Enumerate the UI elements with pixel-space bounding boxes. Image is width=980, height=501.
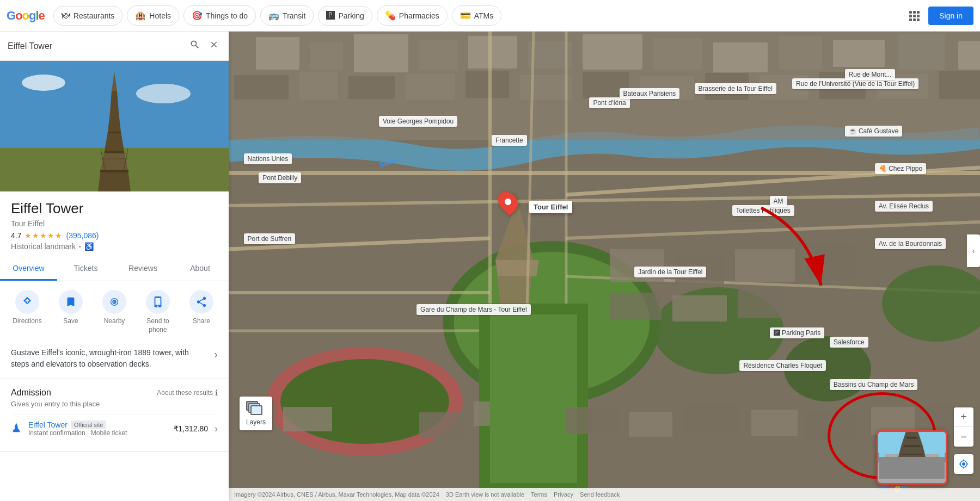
svg-point-10 xyxy=(22,75,65,91)
svg-rect-51 xyxy=(406,74,455,100)
place-info: Eiffel Tower Tour Eiffel 4.7 ★★★★★ (395,… xyxy=(0,191,229,257)
svg-rect-86 xyxy=(806,244,855,279)
svg-rect-44 xyxy=(779,36,822,70)
svg-marker-18 xyxy=(108,113,121,132)
svg-rect-45 xyxy=(833,40,885,67)
svg-rect-93 xyxy=(474,401,490,426)
share-button[interactable]: Share xyxy=(185,290,218,334)
filter-btn-atms[interactable]: 💳 ATMs xyxy=(452,5,502,26)
zoom-out-button[interactable]: − xyxy=(954,427,973,447)
directions-icon xyxy=(15,290,39,314)
svg-rect-48 xyxy=(234,75,289,100)
tab-reviews[interactable]: Reviews xyxy=(114,257,171,281)
nations-unies-label: Nations Unies xyxy=(244,153,292,164)
svg-rect-87 xyxy=(610,293,661,320)
svg-marker-13 xyxy=(98,170,131,191)
gare-label: Gare du Champ de Mars - Tour Eiffel xyxy=(416,304,531,315)
tour-eiffel-map-label: Tour Eiffel xyxy=(529,201,572,213)
nearby-button[interactable]: Nearby xyxy=(98,290,131,334)
filter-btn-pharmacies[interactable]: 💊 Pharmacies xyxy=(377,5,448,26)
map-area[interactable]: Pont d'Iéna Bateaux Parisiens Brasserie … xyxy=(229,32,980,501)
3d-note: 3D Earth view is not available xyxy=(446,491,524,498)
search-bar xyxy=(0,32,229,61)
send-to-phone-button[interactable]: Send tophone xyxy=(142,290,174,334)
about-results-button[interactable]: About these results ℹ xyxy=(157,388,218,397)
transit-icon: 🚌 xyxy=(268,10,279,21)
nearby-icon xyxy=(102,290,126,314)
svg-marker-16 xyxy=(105,132,124,151)
place-subtitle: Tour Eiffel xyxy=(11,219,218,228)
filter-btn-things-to-do[interactable]: 🎯 Things to do xyxy=(183,5,256,26)
filter-btn-restaurants[interactable]: 🍽 Restaurants xyxy=(53,6,122,26)
svg-rect-43 xyxy=(713,42,768,72)
my-location-button[interactable] xyxy=(954,454,973,474)
rue-uni-label: Rue de l'Université (Vue de la Tour Eiff… xyxy=(792,78,918,89)
admission-header: Admission About these results ℹ xyxy=(11,388,218,398)
svg-rect-85 xyxy=(735,249,795,282)
svg-rect-92 xyxy=(419,412,463,438)
apps-grid-icon[interactable] xyxy=(904,6,924,26)
share-label: Share xyxy=(193,317,210,326)
suffren-label: Port de Suffren xyxy=(244,233,296,244)
info-icon: ℹ xyxy=(215,388,218,397)
review-count[interactable]: (395,086) xyxy=(66,231,99,240)
bourdonnais-label: Av. de la Bourdonnais xyxy=(875,238,946,249)
save-button[interactable]: Save xyxy=(54,290,87,334)
svg-rect-50 xyxy=(348,76,395,99)
tab-overview[interactable]: Overview xyxy=(0,257,57,281)
svg-rect-98 xyxy=(806,412,857,440)
tower-marker[interactable] xyxy=(499,191,517,213)
salesforce-label: Salesforce xyxy=(830,337,868,348)
tab-about[interactable]: About xyxy=(171,257,229,281)
directions-button[interactable]: Directions xyxy=(11,290,44,334)
admission-title: Admission xyxy=(11,388,51,398)
elisee-reclus-label: Av. Elisée Reclus xyxy=(875,201,933,212)
description-section[interactable]: Gustave Eiffel's iconic, wrought-iron 18… xyxy=(0,343,229,379)
description-chevron-icon: › xyxy=(214,348,218,361)
hero-image[interactable] xyxy=(0,61,229,191)
sign-in-button[interactable]: Sign in xyxy=(928,7,973,25)
restaurants-icon: 🍽 xyxy=(62,11,70,21)
svg-point-30 xyxy=(114,301,115,303)
filter-btn-transit[interactable]: 🚌 Transit xyxy=(260,5,314,26)
jardin-label: Jardin de la Tour Eiffel xyxy=(634,267,706,277)
clear-search-button[interactable] xyxy=(207,38,221,54)
brasserie-label: Brasserie de la Tour Eiffel xyxy=(695,83,776,94)
collapse-sidebar-button[interactable]: ‹ xyxy=(967,234,980,267)
save-label: Save xyxy=(63,317,78,326)
dot-separator: • xyxy=(79,244,81,250)
svg-rect-53 xyxy=(520,75,572,100)
zoom-in-button[interactable]: + xyxy=(954,407,973,427)
search-input[interactable] xyxy=(8,41,183,51)
terms-link[interactable]: Terms xyxy=(531,491,547,498)
atms-icon: 💳 xyxy=(460,10,471,21)
svg-rect-19 xyxy=(108,132,121,133)
tab-tickets[interactable]: Tickets xyxy=(57,257,114,281)
svg-rect-89 xyxy=(738,290,784,318)
chez-pippo-label: 🍕 Chez Pippo xyxy=(875,163,926,174)
category-row: Historical landmark • ♿ xyxy=(11,242,218,251)
svg-rect-37 xyxy=(354,34,408,72)
filter-btn-parking[interactable]: 🅿 Parking xyxy=(318,6,372,26)
rue-de-mont-label: Rue de Mont... xyxy=(845,69,896,80)
toilettes-label: Toilettes Publiques xyxy=(732,205,794,216)
search-button[interactable] xyxy=(187,37,203,55)
google-logo: Google xyxy=(7,9,45,23)
cafe-gustave-label: ☕ Café Gustave xyxy=(845,126,903,137)
admission-item-name: Eiffel Tower xyxy=(28,420,68,429)
privacy-link[interactable]: Privacy xyxy=(554,491,573,498)
street-view-thumbnail[interactable] xyxy=(877,430,947,485)
svg-rect-38 xyxy=(419,40,457,70)
parking-paris-label: 🅿 Parking Paris xyxy=(770,327,825,338)
send-feedback-link[interactable]: Send feedback xyxy=(580,491,620,498)
send-to-phone-label: Send tophone xyxy=(146,317,169,334)
imagery-credit: Imagery ©2024 Airbus, CNES / Airbus, Max… xyxy=(234,491,439,498)
star-rating: ★★★★★ xyxy=(24,231,63,240)
description-text: Gustave Eiffel's iconic, wrought-iron 18… xyxy=(11,347,207,370)
admission-item[interactable]: Eiffel Tower Official site Instant confi… xyxy=(11,415,218,442)
admission-price: ₹1,312.80 xyxy=(174,424,209,433)
accessible-icon: ♿ xyxy=(84,242,94,251)
filter-btn-hotels[interactable]: 🏨 Hotels xyxy=(127,5,179,26)
admission-section: Admission About these results ℹ Gives yo… xyxy=(0,379,229,451)
layers-button[interactable]: Layers xyxy=(240,397,272,430)
